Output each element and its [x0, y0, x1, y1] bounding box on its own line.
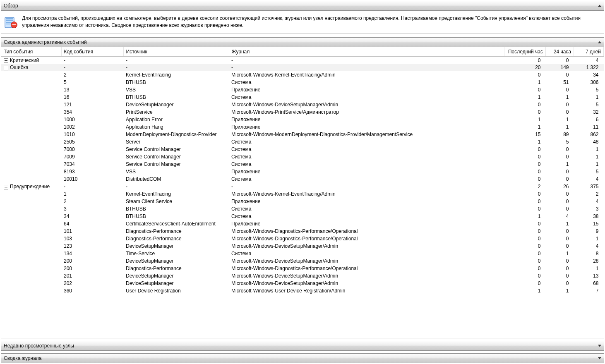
event-row[interactable]: 2505ServerСистема1548 — [1, 138, 604, 146]
event-row[interactable]: 134Time-ServiceСистема018 — [1, 250, 604, 257]
journal-summary-panel-header[interactable]: Сводка журнала — [1, 353, 604, 363]
event-row[interactable]: 101Diagnostics-PerformanceMicrosoft-Wind… — [1, 228, 604, 235]
col-24h[interactable]: 24 часа — [546, 47, 574, 57]
cell-d7: 28 — [574, 257, 604, 265]
cell-d7: 306 — [574, 79, 604, 86]
event-row[interactable]: 7034Service Control ManagerСистема011 — [1, 160, 604, 168]
cell-h24: 0 — [546, 257, 574, 265]
category-row[interactable]: Предупреждение---226375 — [1, 183, 604, 190]
cell-lastHour: 0 — [504, 101, 546, 108]
col-journal[interactable]: Журнал — [229, 47, 504, 57]
event-row[interactable]: 2Kernel-EventTracingMicrosoft-Windows-Ke… — [1, 71, 604, 79]
category-row[interactable]: Критический---004 — [1, 56, 604, 64]
category-row[interactable]: Ошибка---201491 322 — [1, 64, 604, 71]
event-row[interactable]: 2Steam Client ServiceПриложение004 — [1, 198, 604, 205]
cell-d7: 1 — [574, 153, 604, 160]
event-row[interactable]: 360User Device RegistrationMicrosoft-Win… — [1, 287, 604, 295]
cell-h24: 149 — [546, 64, 574, 71]
cell-d7: 1 — [574, 93, 604, 101]
cell-lastHour: 1 — [504, 213, 546, 220]
cell-lastHour: 0 — [504, 257, 546, 265]
cell-source: ModernDeployment-Diagnostics-Provider — [123, 131, 229, 138]
summary-panel-header[interactable]: Сводка административных событий — [1, 37, 604, 47]
cell-source: Service Control Manager — [123, 146, 229, 153]
event-row[interactable]: 1010ModernDeployment-Diagnostics-Provide… — [1, 131, 604, 138]
event-row[interactable]: 1000Application ErrorПриложение116 — [1, 116, 604, 123]
overview-info-text: Для просмотра событий, произошедших на к… — [22, 15, 600, 29]
event-row[interactable]: 7000Service Control ManagerСистема001 — [1, 146, 604, 153]
cell-lastHour: 0 — [504, 190, 546, 198]
expand-tree-icon[interactable] — [4, 58, 8, 63]
event-row[interactable]: 121DeviceSetupManagerMicrosoft-Windows-D… — [1, 101, 604, 108]
cell-h24: 0 — [546, 198, 574, 205]
event-row[interactable]: 8193VSSПриложение005 — [1, 168, 604, 175]
cell-source: DeviceSetupManager — [123, 242, 229, 250]
cell-h24: 0 — [546, 146, 574, 153]
event-row[interactable]: 16BTHUSBСистема111 — [1, 93, 604, 101]
event-row[interactable]: 1002Application HangПриложение1111 — [1, 123, 604, 131]
event-row[interactable]: 10010DistributedCOMСистема004 — [1, 175, 604, 183]
event-row[interactable]: 354PrintServiceMicrosoft-Windows-PrintSe… — [1, 108, 604, 116]
recent-nodes-panel-header[interactable]: Недавно просмотренные узлы — [1, 341, 604, 351]
cell-journal: Приложение — [229, 86, 504, 93]
cell-d7: 8 — [574, 250, 604, 257]
event-row[interactable]: 34BTHUSBСистема1438 — [1, 213, 604, 220]
cell-code: 5 — [61, 79, 123, 86]
cell-journal: Microsoft-Windows-DeviceSetupManager/Adm… — [229, 101, 504, 108]
cell-journal: - — [229, 56, 504, 64]
cell-h24: 0 — [546, 205, 574, 213]
event-row[interactable]: 200Diagnostics-PerformanceMicrosoft-Wind… — [1, 265, 604, 272]
event-row[interactable]: 7009Service Control ManagerСистема001 — [1, 153, 604, 160]
cell-code: 123 — [61, 242, 123, 250]
cell-journal: Microsoft-Windows-Diagnostics-Performanc… — [229, 265, 504, 272]
event-row[interactable]: 103Diagnostics-PerformanceMicrosoft-Wind… — [1, 235, 604, 242]
event-row[interactable]: 123DeviceSetupManagerMicrosoft-Windows-D… — [1, 242, 604, 250]
collapse-tree-icon[interactable] — [4, 66, 8, 70]
cell-journal: Система — [229, 213, 504, 220]
cell-code: 1000 — [61, 116, 123, 123]
event-row[interactable]: 5BTHUSBСистема151306 — [1, 79, 604, 86]
cell-code: 2505 — [61, 138, 123, 146]
event-row[interactable]: 1Kernel-EventTracingMicrosoft-Windows-Ke… — [1, 190, 604, 198]
cell-lastHour: 1 — [504, 93, 546, 101]
col-last-hour[interactable]: Последний час — [504, 47, 546, 57]
cell-journal: Microsoft-Windows-DeviceSetupManager/Adm… — [229, 272, 504, 280]
event-row[interactable]: 13VSSПриложение005 — [1, 86, 604, 93]
event-row[interactable]: 64CertificateServicesClient-AutoEnrollme… — [1, 220, 604, 228]
cell-d7: 1 — [574, 146, 604, 153]
event-row[interactable]: 200DeviceSetupManagerMicrosoft-Windows-D… — [1, 257, 604, 265]
cell-journal: - — [229, 183, 504, 190]
category-label: Предупреждение — [10, 184, 50, 189]
recent-nodes-title: Недавно просмотренные узлы — [4, 343, 74, 349]
col-source[interactable]: Источник — [123, 47, 229, 57]
cell-lastHour: 1 — [504, 138, 546, 146]
cell-h24: 1 — [546, 116, 574, 123]
cell-lastHour: 0 — [504, 56, 546, 64]
cell-lastHour: 0 — [504, 242, 546, 250]
events-table-scroll[interactable]: Тип события Код события Источник Журнал … — [1, 47, 604, 338]
cell-lastHour: 0 — [504, 153, 546, 160]
cell-code: 64 — [61, 220, 123, 228]
cell-journal: Microsoft-Windows-ModernDeployment-Diagn… — [229, 131, 504, 138]
cell-code: 1 — [61, 190, 123, 198]
cell-d7: 38 — [574, 213, 604, 220]
cell-d7: 2 — [574, 190, 604, 198]
cell-h24: 0 — [546, 235, 574, 242]
cell-h24: 26 — [546, 183, 574, 190]
event-row[interactable]: 201DeviceSetupManagerMicrosoft-Windows-D… — [1, 272, 604, 280]
expand-icon — [598, 345, 601, 347]
col-7d[interactable]: 7 дней — [574, 47, 604, 57]
cell-lastHour: 20 — [504, 64, 546, 71]
cell-source: Diagnostics-Performance — [123, 228, 229, 235]
cell-source: DeviceSetupManager — [123, 280, 229, 287]
expand-icon — [598, 357, 601, 359]
col-event-type[interactable]: Тип события — [1, 47, 61, 57]
event-row[interactable]: 3BTHUSBСистема003 — [1, 205, 604, 213]
cell-source: BTHUSB — [123, 79, 229, 86]
collapse-tree-icon[interactable] — [4, 185, 8, 189]
event-row[interactable]: 202DeviceSetupManagerMicrosoft-Windows-D… — [1, 280, 604, 287]
col-event-code[interactable]: Код события — [61, 47, 123, 57]
overview-panel-header[interactable]: Обзор — [1, 1, 604, 11]
cell-h24: 1 — [546, 287, 574, 295]
cell-lastHour: 2 — [504, 183, 546, 190]
